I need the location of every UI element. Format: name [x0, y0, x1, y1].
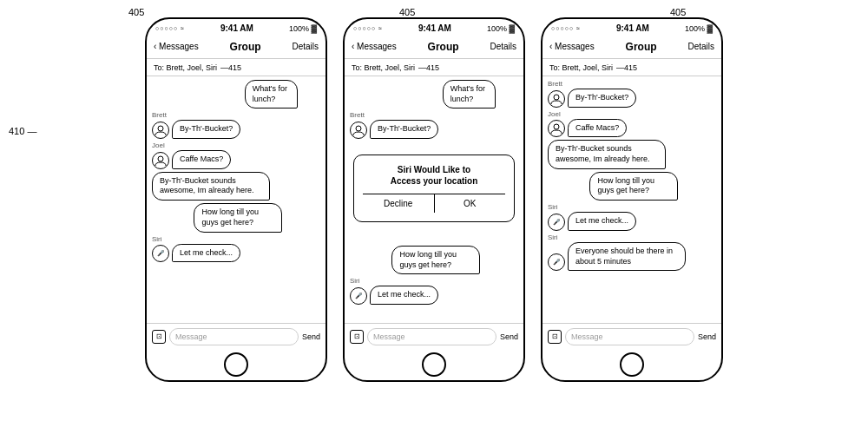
details-link-1[interactable]: Details [292, 42, 319, 51]
signal-dots-1: ○○○○○ ≈ [155, 25, 185, 31]
nav-title-2: Group [428, 41, 459, 53]
bubble-3-2: How long till you guys get here? [589, 172, 678, 201]
ok-button[interactable]: OK [435, 194, 506, 213]
camera-icon-1[interactable]: ⊡ [152, 330, 166, 344]
message-input-2[interactable]: Message [367, 328, 496, 345]
msg-out-1: What's for lunch? [245, 80, 320, 108]
to-bar-3: To: Brett, Joel, Siri —415 [542, 59, 721, 76]
nav-title-1: Group [230, 41, 261, 53]
input-bar-3: ⊡ Message Send [542, 323, 721, 349]
back-button-2[interactable]: ‹ Messages [352, 42, 397, 51]
bubble-1-3: How long till you guys get here? [194, 203, 282, 232]
avatar-brett-3 [548, 90, 565, 108]
signal-dots-2: ○○○○○ ≈ [353, 25, 383, 31]
signal-dots-3: ○○○○○ ≈ [551, 25, 581, 31]
nav-bar-1: ‹ Messages Group Details [147, 35, 326, 59]
details-link-2[interactable]: Details [490, 42, 516, 51]
msg-in-siri-1: Siri 🎤 Let me check... [152, 235, 320, 263]
input-bar-1: ⊡ Message Send [147, 323, 326, 349]
to-ref-3: —415 [616, 63, 637, 72]
phone-2-container: ○○○○○ ≈ 9:41 AM 100% ▓ ‹ Messages Group … [343, 17, 525, 382]
msg-in-siri-3b: Siri 🎤 Everyone should be there in about… [548, 233, 716, 271]
sender-joel-3: Joel [548, 110, 561, 118]
battery-2: 100% ▓ [487, 24, 515, 33]
back-button-1[interactable]: ‹ Messages [154, 42, 199, 51]
ref-label-410-1: 410 — [9, 126, 36, 136]
avatar-siri-3b: 🎤 [548, 253, 565, 271]
sender-siri-1: Siri [152, 235, 162, 243]
bubble-brett-3: By-Th'-Bucket? [568, 89, 636, 108]
svg-point-3 [554, 95, 559, 100]
msg-out-3-1: By-Th'-Bucket sounds awesome, Im already… [548, 140, 716, 168]
home-button-3[interactable] [620, 352, 644, 377]
messages-area-3: Brett By-Th'-Bucket? Joel [542, 76, 721, 323]
bubble-siri-3a: Let me check... [568, 212, 636, 231]
msg-row-brett-2: By-Th'-Bucket? [350, 120, 518, 139]
msg-row-siri-2: 🎤 Let me check... [350, 286, 518, 305]
bubble-brett-2: By-Th'-Bucket? [370, 120, 438, 139]
details-link-3[interactable]: Details [687, 42, 714, 51]
back-button-3[interactable]: ‹ Messages [549, 42, 595, 51]
message-input-1[interactable]: Message [169, 328, 299, 345]
sender-joel-1: Joel [152, 141, 165, 149]
home-button-2[interactable] [422, 352, 446, 377]
to-field-2: To: Brett, Joel, Siri [352, 63, 415, 72]
decline-button[interactable]: Decline [363, 194, 435, 213]
battery-3: 100% ▓ [685, 24, 713, 33]
msg-out-2-1: What's for lunch? [443, 80, 518, 108]
avatar-siri-3a: 🎤 [548, 214, 565, 231]
camera-icon-3[interactable]: ⊡ [548, 330, 562, 344]
messages-area-2: What's for lunch? Brett By-Th'-Bucket? [345, 76, 523, 323]
bubble-siri-2: Let me check... [370, 286, 438, 305]
msg-out-2: By-Th'-Bucket sounds awesome, Im already… [152, 172, 320, 201]
bubble-brett-1: By-Th'-Bucket? [172, 120, 240, 139]
msg-out-3-2: How long till you guys get here? [589, 172, 716, 201]
time-1: 9:41 AM [220, 23, 253, 33]
phone-2: ○○○○○ ≈ 9:41 AM 100% ▓ ‹ Messages Group … [343, 17, 525, 382]
avatar-brett-1 [152, 122, 169, 139]
sender-brett-2: Brett [350, 111, 365, 119]
msg-in-brett-3: Brett By-Th'-Bucket? [548, 80, 716, 108]
sender-siri-2: Siri [350, 277, 360, 285]
nav-bar-2: ‹ Messages Group Details [345, 35, 523, 59]
sender-brett-3: Brett [548, 80, 562, 88]
bubble-2-1: What's for lunch? [443, 80, 496, 108]
avatar-joel-1 [152, 152, 169, 169]
sender-siri-3a: Siri [548, 203, 558, 211]
to-bar-1: To: Brett, Joel, Siri —415 [147, 59, 326, 76]
camera-icon-2[interactable]: ⊡ [350, 330, 364, 344]
sender-brett-1: Brett [152, 111, 167, 119]
msg-row-brett-3: By-Th'-Bucket? [548, 89, 716, 108]
to-ref-1: —415 [220, 63, 241, 72]
msg-out-3: How long till you guys get here? [194, 203, 320, 232]
msg-row-siri-3b: 🎤 Everyone should be there in about 5 mi… [548, 242, 716, 271]
time-3: 9:41 AM [616, 23, 649, 33]
bubble-siri-3b: Everyone should be there in about 5 minu… [568, 242, 686, 271]
send-button-1[interactable]: Send [302, 332, 320, 341]
status-bar-3: ○○○○○ ≈ 9:41 AM 100% ▓ [542, 19, 721, 35]
bubble-3-1: By-Th'-Bucket sounds awesome, Im already… [548, 140, 666, 168]
avatar-siri-1: 🎤 [152, 245, 169, 262]
home-button-1[interactable] [224, 352, 248, 377]
status-bar-1: ○○○○○ ≈ 9:41 AM 100% ▓ [147, 19, 326, 35]
msg-in-brett-1: Brett By-Th'-Bucket? [152, 111, 320, 139]
message-input-3[interactable]: Message [565, 328, 694, 345]
time-2: 9:41 AM [418, 23, 451, 33]
phone-3-container: ○○○○○ ≈ 9:41 AM 100% ▓ ‹ Messages Group … [541, 17, 723, 382]
send-button-3[interactable]: Send [698, 332, 716, 341]
bubble-2-2: How long till you guys get here? [391, 246, 480, 274]
nav-title-3: Group [626, 41, 657, 53]
bubble-joel-3: Caffe Macs? [568, 119, 627, 138]
page-wrapper: 405 405 405 410 — 410 — 410 — ○○○○○ ≈ 9:… [0, 0, 868, 434]
avatar-siri-2: 🎤 [350, 287, 367, 305]
phone-3: ○○○○○ ≈ 9:41 AM 100% ▓ ‹ Messages Group … [541, 17, 723, 382]
msg-row-siri-3a: 🎤 Let me check... [548, 212, 716, 231]
send-button-2[interactable]: Send [500, 332, 518, 341]
svg-point-4 [554, 124, 559, 129]
status-bar-2: ○○○○○ ≈ 9:41 AM 100% ▓ [345, 19, 523, 35]
to-field-1: To: Brett, Joel, Siri [154, 63, 217, 72]
phone-1-container: ○○○○○ ≈ 9:41 AM 100% ▓ ‹ Messages Group … [145, 17, 327, 382]
to-ref-2: —415 [418, 63, 439, 72]
msg-in-joel-1: Joel Caffe Macs? [152, 141, 320, 169]
msg-row-joel-1: Caffe Macs? [152, 150, 320, 169]
